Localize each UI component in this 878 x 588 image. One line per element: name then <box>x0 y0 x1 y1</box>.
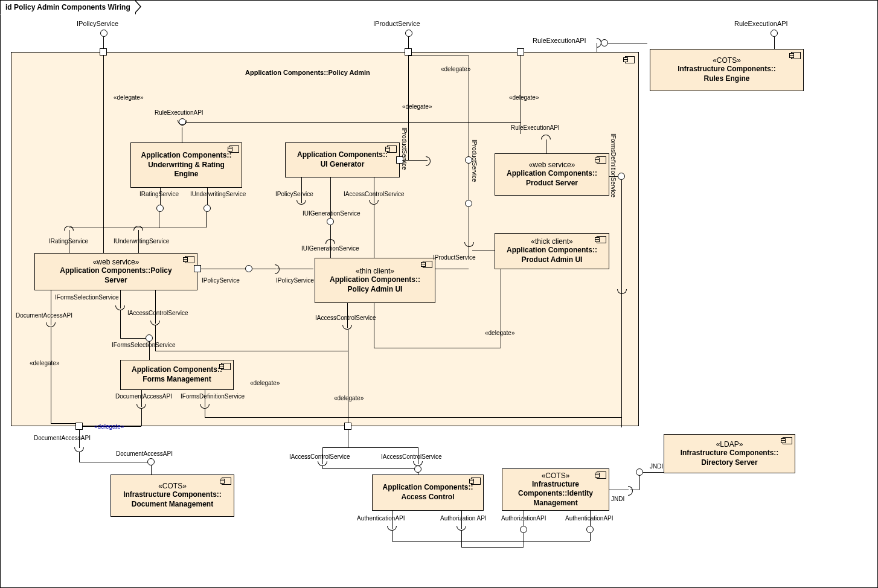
label-iformsdef-fm: IFormsDefinitionService <box>181 393 245 400</box>
label-iformsdef-vert: IFormsDefinitionService <box>610 133 617 197</box>
label-ruleexec-right: RuleExecutionAPI <box>734 20 788 27</box>
ball-iproduct-mid <box>465 200 472 207</box>
socket-authzapi-ac <box>457 526 466 531</box>
socket-authapi-ac <box>387 526 397 531</box>
component-icon <box>791 52 801 59</box>
label-ruleexec-ps: RuleExecutionAPI <box>511 124 560 131</box>
delegate-2: «delegate» <box>402 103 432 110</box>
delegate-1: «delegate» <box>114 94 144 101</box>
label-authzapi-ac: Authorization API <box>440 515 487 522</box>
component-icon <box>597 156 606 164</box>
component-icon <box>783 437 792 444</box>
ball-iformssel <box>146 334 153 342</box>
label-iproduct-vert: IProductService <box>401 127 408 170</box>
component-icon <box>597 471 606 479</box>
label-iaccess-paui: IAccessControlService <box>315 315 376 321</box>
component-icon <box>423 261 432 268</box>
port-iproduct <box>405 48 412 56</box>
label-iaccess-uigen: IAccessControlService <box>344 191 405 197</box>
label-docaccess-out: DocumentAccessAPI <box>34 435 91 441</box>
ball-jndi <box>636 468 643 476</box>
comp-access-control: Application Components:: Access Control <box>372 475 484 511</box>
label-authzapi-im: AuthorizationAPI <box>501 515 546 522</box>
component-icon <box>597 236 606 243</box>
ball-docaccess-dm <box>147 458 155 465</box>
delegate-6: «delegate» <box>94 423 124 430</box>
ball-authzapi-im <box>520 526 527 533</box>
comp-directory-server: «LDAP» Infrastructure Components:: Direc… <box>664 434 795 473</box>
label-jndi-ds: JNDI <box>650 463 663 470</box>
label-ruleexec-top: RuleExecutionAPI <box>533 37 586 44</box>
ball-ipolicy-ps <box>245 265 252 272</box>
label-ruleexec-uw: RuleExecutionAPI <box>155 109 203 116</box>
label-iaccess-out-r: IAccessControlService <box>381 453 442 460</box>
port-ipolicy-ps <box>194 265 201 272</box>
port-docaccess-out <box>75 423 83 430</box>
ball-ipolicy-top <box>100 30 107 37</box>
comp-forms-mgmt: Application Components:: Forms Managemen… <box>120 360 234 390</box>
diagram-title-tab: id Policy Admin Components Wiring <box>0 0 136 14</box>
label-irating-1: IRatingService <box>139 191 179 197</box>
label-iformssel-2: IFormsSelectionService <box>112 342 176 348</box>
label-iunderwriting-1: IUnderwritingService <box>190 191 246 197</box>
comp-product-admin-ui: «thick client» Application Components:: … <box>495 233 609 269</box>
comp-underwriting: Application Components:: Underwriting & … <box>130 142 242 188</box>
ball-iproduct-top <box>405 30 412 37</box>
ball-iunderwriting <box>203 205 211 212</box>
frame-title: Application Components::Policy Admin <box>245 69 370 76</box>
port-ruleexec <box>517 48 524 56</box>
socket-jndi <box>628 486 633 496</box>
comp-rules-engine: «COTS» Infrastructure Components:: Rules… <box>650 49 804 91</box>
ball-authapi-im <box>586 526 594 533</box>
component-icon <box>185 256 194 263</box>
label-docaccess-ps: DocumentAccessAPI <box>16 312 72 319</box>
label-ipolicy-ps: IPolicyService <box>202 277 240 284</box>
delegate-5: «delegate» <box>30 360 60 366</box>
delegate-4: «delegate» <box>509 94 539 101</box>
label-docaccess-fm: DocumentAccessAPI <box>115 393 172 400</box>
label-authapi-im: AuthenticationAPI <box>565 515 614 522</box>
label-iproduct-paui: IProductService <box>433 254 476 261</box>
ball-iaccess-ac <box>414 465 421 473</box>
socket-docaccess-out <box>74 447 84 452</box>
ball-iuigen <box>327 218 334 225</box>
component-icon <box>221 363 231 370</box>
component-icon <box>222 478 231 485</box>
diagram-title: id Policy Admin Components Wiring <box>5 3 130 11</box>
comp-policy-server: «web service» Application Components::Po… <box>34 253 197 290</box>
port-iaccess-out <box>344 423 351 430</box>
component-icon <box>471 478 481 485</box>
delegate-9: «delegate» <box>485 330 515 336</box>
label-ipolicy-uigen: IPolicyService <box>275 191 313 197</box>
label-iaccess-ps: IAccessControlService <box>127 310 188 316</box>
label-authapi-ac: AuthenticationAPI <box>357 515 405 522</box>
label-iuigen-2: IUIGenerationService <box>301 245 359 252</box>
label-jndi-im: JNDI <box>611 496 624 502</box>
delegate-8: «delegate» <box>334 395 364 401</box>
label-ipolicy-paui: IPolicyService <box>276 277 314 284</box>
port-ipolicy <box>100 48 107 56</box>
component-icon <box>387 145 397 153</box>
component-icon <box>625 56 635 63</box>
label-irating-2: IRatingService <box>49 238 88 244</box>
component-icon <box>229 145 239 153</box>
socket-iaccess-out-l <box>318 461 327 466</box>
label-iproduct-ps-vert: IProductService <box>471 139 478 182</box>
label-iproduct-top: IProductService <box>373 20 420 27</box>
comp-policy-admin-ui: «thin client» Application Components:: P… <box>315 258 435 303</box>
label-iaccess-out-l: IAccessControlService <box>289 453 350 460</box>
delegate-3: «delegate» <box>441 66 471 72</box>
label-iformssel-1: IFormsSelectionService <box>55 294 119 301</box>
delegate-7: «delegate» <box>250 380 280 386</box>
label-iuigen-1: IUIGenerationService <box>303 210 360 217</box>
label-docaccess-dm: DocumentAccessAPI <box>116 450 173 457</box>
comp-doc-mgmt: «COTS» Infrastructure Components:: Docum… <box>111 475 234 517</box>
ball-ruleexec-right <box>771 30 778 37</box>
ball-iformsdef <box>618 173 625 180</box>
ball-irating <box>156 205 164 212</box>
comp-ui-generator: Application Components:: UI Generator <box>285 142 400 177</box>
ball-ruleexec-top <box>601 39 608 46</box>
diagram-canvas: id Policy Admin Components Wiring Applic… <box>0 0 878 588</box>
comp-product-server: «web service» Application Components:: P… <box>495 153 609 196</box>
label-ipolicy-top: IPolicyService <box>77 20 118 27</box>
